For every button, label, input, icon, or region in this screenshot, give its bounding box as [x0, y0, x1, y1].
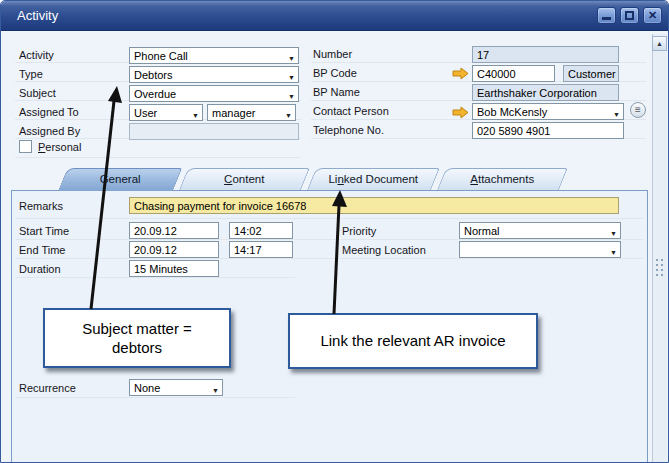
tab-general-label: General: [64, 169, 177, 190]
assigned-by-label: Assigned By: [19, 125, 80, 137]
chevron-down-icon: [610, 227, 617, 239]
bp-code-label: BP Code: [313, 67, 357, 79]
personal-label: Personal: [38, 141, 81, 153]
chevron-down-icon: [288, 71, 295, 83]
bp-code-input[interactable]: C40000: [472, 65, 555, 82]
end-date-value: 20.09.12: [134, 244, 177, 256]
assigned-to-user-dropdown[interactable]: manager: [207, 104, 296, 121]
meeting-location-label: Meeting Location: [342, 244, 426, 256]
splitter-grip-icon[interactable]: [656, 259, 658, 261]
number-label: Number: [313, 48, 352, 60]
end-time-value: 14:17: [234, 244, 262, 256]
bp-category-field: Customer: [563, 65, 619, 82]
activity-window: Activity Activity Phone Call Type Debtor…: [0, 0, 669, 463]
tab-attachments-label: Attachments: [442, 169, 562, 190]
start-date-value: 20.09.12: [134, 225, 177, 237]
priority-label: Priority: [342, 225, 376, 237]
telephone-input[interactable]: 020 5890 4901: [472, 122, 624, 139]
start-time-value: 14:02: [234, 225, 262, 237]
end-date-input[interactable]: 20.09.12: [129, 241, 219, 258]
callout-subject-debtors: Subject matter = debtors: [43, 308, 231, 368]
tab-linked-document-label: Linked Document: [312, 169, 434, 190]
callout-line: Link the relevant AR invoice: [320, 331, 505, 351]
subject-label: Subject: [19, 87, 56, 99]
assigned-to-type-value: User: [134, 107, 157, 119]
tab-linked-document[interactable]: Linked Document: [307, 168, 440, 190]
type-label: Type: [19, 68, 43, 80]
minimize-button[interactable]: [597, 7, 616, 24]
subject-value: Overdue: [134, 88, 176, 100]
row-separator: [15, 258, 643, 259]
duration-value: 15 Minutes: [134, 263, 188, 275]
row-separator: [15, 239, 643, 240]
assigned-to-user-value: manager: [212, 107, 255, 119]
chevron-down-icon: [285, 109, 292, 121]
chevron-down-icon: [610, 246, 617, 258]
recurrence-value: None: [134, 382, 160, 394]
maximize-button[interactable]: [620, 7, 639, 24]
duration-input[interactable]: 15 Minutes: [129, 260, 219, 277]
remarks-label: Remarks: [19, 200, 63, 212]
assigned-to-label: Assigned To: [19, 106, 79, 118]
title-bar[interactable]: Activity: [1, 1, 668, 31]
priority-dropdown[interactable]: Normal: [459, 222, 621, 239]
assigned-by-field: [129, 123, 299, 140]
recurrence-dropdown[interactable]: None: [129, 379, 223, 396]
vertical-scrollbar[interactable]: [652, 34, 667, 463]
type-value: Debtors: [134, 69, 173, 81]
end-time-label: End Time: [19, 244, 65, 256]
bp-category-value: Customer: [568, 68, 616, 80]
chevron-down-icon: [288, 90, 295, 102]
chevron-down-icon: [192, 109, 199, 121]
callout-line: Subject matter =: [82, 319, 192, 339]
chevron-down-icon: [212, 384, 219, 396]
contact-person-dropdown[interactable]: Bob McKensly: [472, 103, 624, 120]
bp-name-value: Earthshaker Corporation: [477, 87, 597, 99]
recurrence-label: Recurrence: [19, 382, 76, 394]
subject-dropdown[interactable]: Overdue: [129, 85, 299, 102]
scroll-up-button[interactable]: [652, 36, 667, 51]
chevron-down-icon: [613, 108, 620, 120]
tab-attachments[interactable]: Attachments: [437, 168, 568, 190]
callout-line: debtors: [112, 338, 162, 358]
remarks-input[interactable]: Chasing payment for invoice 16678: [129, 197, 619, 214]
link-arrow-icon[interactable]: [452, 67, 469, 80]
telephone-value: 020 5890 4901: [477, 125, 550, 137]
contact-person-value: Bob McKensly: [477, 106, 547, 118]
bp-name-label: BP Name: [313, 86, 360, 98]
tab-content-label: Content: [184, 169, 304, 190]
end-time-input[interactable]: 14:17: [229, 241, 293, 258]
activity-value: Phone Call: [134, 50, 188, 62]
activity-dropdown[interactable]: Phone Call: [129, 47, 299, 64]
tab-general[interactable]: General: [58, 168, 182, 191]
type-dropdown[interactable]: Debtors: [129, 66, 299, 83]
number-field: 17: [472, 46, 619, 63]
activity-label: Activity: [19, 49, 54, 61]
number-value: 17: [477, 49, 489, 61]
bp-name-field: Earthshaker Corporation: [472, 84, 619, 101]
assigned-to-type-dropdown[interactable]: User: [129, 104, 203, 121]
contact-person-label: Contact Person: [313, 105, 389, 117]
personal-checkbox[interactable]: [19, 140, 32, 153]
bp-code-value: C40000: [477, 68, 516, 80]
window-title: Activity: [17, 8, 58, 23]
choose-from-list-button[interactable]: [630, 102, 646, 118]
callout-link-ar-invoice: Link the relevant AR invoice: [288, 313, 538, 369]
duration-label: Duration: [19, 263, 61, 275]
link-arrow-icon[interactable]: [452, 106, 469, 119]
start-date-input[interactable]: 20.09.12: [129, 222, 219, 239]
chevron-down-icon: [288, 52, 295, 64]
remarks-value: Chasing payment for invoice 16678: [134, 200, 306, 212]
tab-content[interactable]: Content: [179, 168, 310, 190]
row-separator: [15, 218, 643, 219]
meeting-location-dropdown[interactable]: [459, 241, 621, 258]
priority-value: Normal: [464, 225, 499, 237]
close-button[interactable]: [643, 7, 662, 24]
row-separator: [15, 157, 301, 158]
start-time-label: Start Time: [19, 225, 69, 237]
start-time-input[interactable]: 14:02: [229, 222, 293, 239]
row-separator: [15, 277, 295, 278]
row-separator: [15, 397, 295, 398]
telephone-label: Telephone No.: [313, 124, 384, 136]
